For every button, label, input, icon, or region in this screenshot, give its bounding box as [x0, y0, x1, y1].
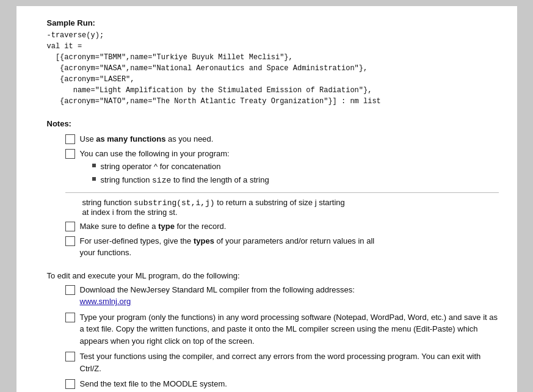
divider: [65, 192, 499, 193]
list-item-text: Download the NewJersey Standard ML compi…: [80, 284, 499, 308]
list-item-text: Use as many functions as you need.: [80, 133, 499, 145]
bottom-section: To edit and execute your ML program, do …: [47, 271, 499, 390]
list-item-text: You can use the following in your progra…: [80, 148, 499, 188]
sub-list: string operator ^ for concatenation stri…: [92, 161, 499, 186]
list-item: Use as many functions as you need.: [65, 133, 499, 145]
list-bullet: [65, 285, 75, 295]
list-item: Send the text file to the MOODLE system.: [65, 378, 499, 390]
square-bullet: [92, 164, 96, 167]
divider-area: string function substring(st,i,j) to ret…: [65, 192, 499, 217]
list-item-text: Test your functions using the compiler, …: [80, 350, 499, 374]
list-bullet: [65, 149, 75, 159]
list-item-text: Type your program (only the functions) i…: [80, 311, 499, 347]
list-bullet: [65, 222, 75, 231]
list-item: For user-defined types, give the types o…: [65, 235, 499, 259]
indented-item-text: string function substring(st,i,j) to ret…: [82, 198, 345, 217]
sub-list-item: string operator ^ for concatenation: [92, 161, 499, 173]
notes-title: Notes:: [47, 119, 499, 128]
notes-list-2: Make sure to define a type for the recor…: [65, 220, 499, 259]
list-item-text: For user-defined types, give the types o…: [80, 235, 499, 259]
indented-item: string function substring(st,i,j) to ret…: [65, 198, 499, 217]
square-bullet: [92, 177, 96, 181]
list-bullet: [65, 236, 75, 246]
sub-item-text: string operator ^ for concatenation: [101, 161, 221, 173]
list-bullet: [65, 313, 75, 322]
sample-run-title: Sample Run:: [47, 18, 499, 27]
bold-text: type: [158, 222, 175, 231]
sub-list-item: string function size to find the length …: [92, 174, 499, 187]
list-item: Make sure to define a type for the recor…: [65, 220, 499, 233]
list-item: Download the NewJersey Standard ML compi…: [65, 284, 499, 308]
code-inline: size: [152, 176, 171, 185]
page: Sample Run: -traverse(y); val it = [{acr…: [16, 6, 517, 392]
notes-list: Use as many functions as you need. You c…: [65, 133, 499, 187]
list-item-text: Send the text file to the MOODLE system.: [80, 378, 499, 390]
sample-run-section: Sample Run: -traverse(y); val it = [{acr…: [47, 18, 499, 107]
bold-text: types: [194, 236, 214, 245]
sub-item-text: string function size to find the length …: [101, 174, 269, 187]
list-item-text: Make sure to define a type for the recor…: [80, 220, 499, 233]
link[interactable]: www.smlnj.org: [80, 297, 131, 306]
code-block: -traverse(y); val it = [{acronym="TBMM",…: [47, 30, 499, 107]
list-bullet: [65, 352, 75, 361]
bottom-list: Download the NewJersey Standard ML compi…: [65, 284, 499, 390]
bold-text: as many functions: [96, 134, 165, 143]
bottom-intro: To edit and execute your ML program, do …: [47, 271, 499, 280]
list-item: Test your functions using the compiler, …: [65, 350, 499, 374]
code-inline: substring(st,i,j): [134, 198, 215, 208]
list-bullet: [65, 379, 75, 389]
list-item: You can use the following in your progra…: [65, 148, 499, 188]
list-bullet: [65, 134, 75, 144]
notes-section: Notes: Use as many functions as you need…: [47, 119, 499, 259]
list-item: Type your program (only the functions) i…: [65, 311, 499, 347]
